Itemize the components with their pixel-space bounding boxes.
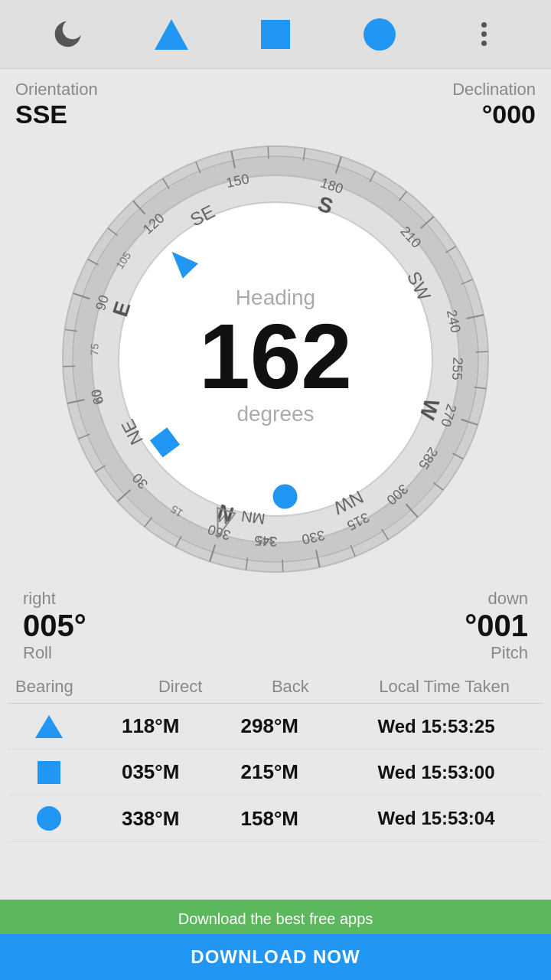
triangle-button[interactable] xyxy=(148,11,194,57)
svg-text:75: 75 xyxy=(88,343,101,356)
svg-point-3 xyxy=(119,202,432,516)
row2-back: 215°M xyxy=(210,760,329,784)
triangle-icon xyxy=(155,19,188,50)
row1-icon xyxy=(8,715,91,738)
top-bar xyxy=(0,0,551,69)
roll-pitch-row: right 005° Roll down °001 Pitch xyxy=(0,581,551,663)
download-text: Download the best free apps xyxy=(0,910,551,928)
table-row: 035°M 215°M Wed 15:53:00 xyxy=(8,750,543,795)
row2-square-icon xyxy=(37,761,60,784)
moon-button[interactable] xyxy=(44,11,90,57)
declination-block: Declination °000 xyxy=(452,80,536,129)
pitch-direction: down xyxy=(465,589,528,609)
svg-text:345: 345 xyxy=(256,534,275,547)
svg-line-38 xyxy=(282,560,283,572)
roll-label: Roll xyxy=(23,643,86,663)
compass-container: 360 30 60 90 120 150 180 210 240 255 270… xyxy=(0,137,551,581)
table-row: 338°M 158°M Wed 15:53:04 xyxy=(8,795,543,842)
row2-icon xyxy=(8,761,91,784)
roll-direction: right xyxy=(23,589,86,609)
col-time: Local Time Taken xyxy=(345,677,543,697)
more-dots-icon xyxy=(481,22,487,46)
declination-label: Declination xyxy=(452,80,536,100)
orientation-label: Orientation xyxy=(15,80,98,100)
table-header: Bearing Direct Back Local Time Taken xyxy=(8,671,543,704)
row1-back: 298°M xyxy=(210,714,329,738)
pitch-block: down °001 Pitch xyxy=(465,589,528,663)
pitch-label: Pitch xyxy=(465,643,528,663)
circle-icon xyxy=(364,18,396,51)
square-icon xyxy=(261,20,290,49)
row3-time: Wed 15:53:04 xyxy=(329,808,543,829)
svg-line-11 xyxy=(63,366,75,367)
square-button[interactable] xyxy=(253,11,298,57)
row1-time: Wed 15:53:25 xyxy=(329,716,543,737)
row1-direct: 118°M xyxy=(91,714,210,738)
circle-button[interactable] xyxy=(357,11,403,57)
more-button[interactable] xyxy=(461,11,507,57)
row3-circle-icon xyxy=(37,806,61,831)
table-row: 118°M 298°M Wed 15:53:25 xyxy=(8,704,543,750)
download-button[interactable]: DOWNLOAD NOW xyxy=(0,934,551,980)
row1-triangle-icon xyxy=(35,715,63,738)
svg-line-20 xyxy=(268,146,269,158)
col-bearing: Bearing xyxy=(8,677,126,697)
col-back: Back xyxy=(236,677,346,697)
bearing-table: Bearing Direct Back Local Time Taken 118… xyxy=(0,671,551,842)
svg-text:MN: MN xyxy=(240,508,266,528)
roll-value: 005° xyxy=(23,609,86,643)
svg-text:255: 255 xyxy=(449,357,466,381)
col-direct: Direct xyxy=(126,677,236,697)
download-banner: Download the best free apps DOWNLOAD NOW xyxy=(0,900,551,980)
row3-direct: 338°M xyxy=(91,807,210,831)
declination-value: °000 xyxy=(452,100,536,129)
orientation-block: Orientation SSE xyxy=(15,80,98,129)
row2-time: Wed 15:53:00 xyxy=(329,762,543,783)
roll-block: right 005° Roll xyxy=(23,589,86,663)
compass-dial: 360 30 60 90 120 150 180 210 240 255 270… xyxy=(54,137,497,581)
pitch-value: °001 xyxy=(465,609,528,643)
row2-direct: 035°M xyxy=(91,760,210,784)
row3-icon xyxy=(8,806,91,831)
row3-back: 158°M xyxy=(210,807,329,831)
svg-line-29 xyxy=(476,351,488,352)
orientation-value: SSE xyxy=(15,100,98,129)
info-row: Orientation SSE Declination °000 xyxy=(0,69,551,129)
